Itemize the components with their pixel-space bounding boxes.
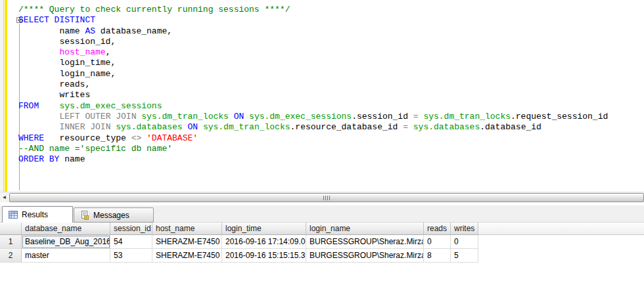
- code-editor[interactable]: /**** Query to check currently running s…: [0, 0, 644, 192]
- code-line: reads,: [18, 79, 643, 90]
- column-header-database_name[interactable]: database_name: [22, 223, 110, 235]
- grid-corner-header[interactable]: [0, 223, 22, 235]
- column-header-login_time[interactable]: login_time: [222, 223, 306, 235]
- column-header-reads[interactable]: reads: [424, 223, 451, 235]
- grid-cell[interactable]: 8: [424, 249, 451, 263]
- grid-cell[interactable]: BURGESSGROUP\Sheraz.Mirza: [306, 249, 424, 263]
- grid-cell[interactable]: Baseline_DB_Aug_2016: [22, 235, 110, 249]
- code-line: /**** Query to check currently running s…: [18, 5, 643, 15]
- column-header-writes[interactable]: writes: [451, 223, 478, 235]
- code-line: ORDER BY name: [18, 154, 643, 165]
- scroll-left-button[interactable]: ◄: [0, 193, 9, 202]
- tab-messages-label: Messages: [93, 211, 129, 220]
- horizontal-scrollbar[interactable]: ◄: [0, 192, 644, 202]
- grid-cell[interactable]: 54: [110, 235, 152, 249]
- column-header-login_name[interactable]: login_name: [306, 223, 424, 235]
- sql-code: /**** Query to check currently running s…: [18, 5, 643, 165]
- editor-margin: [0, 0, 4, 192]
- code-line: SELECT DISTINCT: [18, 15, 643, 26]
- ssms-query-window: /**** Query to check currently running s…: [0, 0, 644, 281]
- results-tab-bar: Results Messages: [0, 205, 644, 223]
- scrollbar-thumb[interactable]: [9, 193, 644, 202]
- messages-icon: [80, 210, 90, 221]
- grid-cell[interactable]: 53: [110, 249, 152, 263]
- code-line: INNER JOIN sys.databases ON sys.dm_tran_…: [18, 122, 643, 133]
- grid-cell[interactable]: SHERAZM-E7450: [152, 235, 222, 249]
- scrollbar-grip-icon: [323, 196, 330, 200]
- grid-cell[interactable]: SHERAZM-E7450: [152, 249, 222, 263]
- grid-cell[interactable]: 0: [424, 235, 451, 249]
- code-line: session_id,: [18, 37, 643, 47]
- grid-cell[interactable]: master: [22, 249, 110, 263]
- table-row: 2master53SHERAZM-E74502016-09-16 15:15:1…: [0, 249, 644, 263]
- table-row: 1Baseline_DB_Aug_201654SHERAZM-E74502016…: [0, 235, 644, 249]
- code-line: --AND name ='specific db name': [18, 144, 643, 154]
- row-number[interactable]: 1: [0, 235, 22, 249]
- grid-header-row: database_namesession_idhost_namelogin_ti…: [0, 223, 644, 235]
- code-line: login_time,: [18, 58, 643, 68]
- row-number[interactable]: 2: [0, 249, 22, 263]
- grid-cell[interactable]: 5: [451, 249, 478, 263]
- results-grid-icon: [8, 209, 18, 220]
- code-line: name AS database_name,: [18, 26, 643, 37]
- code-line: host_name,: [18, 47, 643, 58]
- grid-cell[interactable]: 0: [451, 235, 478, 249]
- tab-results[interactable]: Results: [2, 206, 73, 223]
- grid-cell[interactable]: 2016-09-16 17:14:09.060: [222, 235, 306, 249]
- code-line: LEFT OUTER JOIN sys.dm_tran_locks ON sys…: [18, 112, 643, 122]
- grid-cell[interactable]: 2016-09-16 15:15:15.397: [222, 249, 306, 263]
- column-header-session_id[interactable]: session_id: [110, 223, 152, 235]
- code-line: writes: [18, 90, 643, 100]
- outline-margin: [7, 0, 18, 192]
- tab-messages[interactable]: Messages: [74, 207, 154, 223]
- column-header-host_name[interactable]: host_name: [152, 223, 222, 235]
- results-grid: database_namesession_idhost_namelogin_ti…: [0, 223, 644, 263]
- tab-results-label: Results: [22, 210, 48, 219]
- code-line: login_name,: [18, 69, 643, 79]
- grid-header-filler: [478, 223, 644, 235]
- grid-cell[interactable]: BURGESSGROUP\Sheraz.Mirza: [306, 235, 424, 249]
- code-line: FROM sys.dm_exec_sessions: [18, 101, 643, 112]
- code-line: WHERE resource_type <> 'DATABASE': [18, 133, 643, 144]
